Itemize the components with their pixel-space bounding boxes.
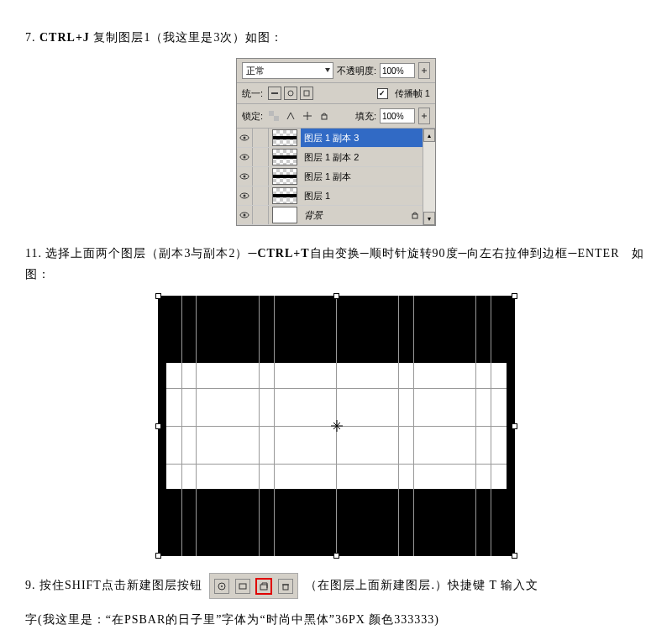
svg-rect-19	[239, 584, 246, 589]
lock-transparency-icon[interactable]	[266, 108, 281, 123]
layer-row-copy[interactable]: 图层 1 副本	[237, 167, 423, 186]
layer-row-background[interactable]: 背景	[237, 206, 423, 225]
trash-icon[interactable]	[278, 579, 293, 594]
lock-icon-group	[266, 108, 332, 123]
svg-rect-4	[274, 116, 279, 121]
step7-rest: 复制图层1（我这里是3次）如图：	[90, 31, 284, 44]
layer-name: 图层 1	[301, 186, 423, 205]
layer-name: 图层 1 副本 3	[301, 129, 423, 147]
lock-pixels-icon[interactable]	[283, 108, 298, 123]
opacity-stepper-icon[interactable]	[418, 62, 430, 79]
svg-point-18	[221, 585, 223, 587]
scroll-up-icon[interactable]: ▴	[423, 129, 435, 142]
layer-thumb	[272, 149, 297, 165]
eye-icon[interactable]	[237, 186, 253, 205]
svg-rect-21	[283, 585, 288, 590]
lock-all-icon[interactable]	[317, 108, 332, 123]
transform-handle[interactable]	[333, 293, 339, 299]
transform-handle[interactable]	[155, 553, 161, 559]
transform-handle[interactable]	[512, 423, 517, 429]
lock-position-icon[interactable]	[300, 108, 315, 123]
layers-panel-row-blend: 正常 不透明度:	[237, 59, 435, 83]
svg-point-15	[244, 214, 246, 217]
layer-thumb	[272, 207, 297, 223]
fill-label: 填充:	[355, 110, 376, 123]
lock-icon	[411, 211, 419, 219]
transform-handle[interactable]	[512, 293, 517, 299]
propagate-label: 传播帧 1	[395, 87, 430, 100]
layers-panel-row-lock: 锁定: 填充:	[237, 104, 435, 129]
svg-rect-5	[322, 115, 327, 119]
transform-handle[interactable]	[155, 423, 161, 429]
link-cell[interactable]	[253, 167, 269, 186]
transform-handle[interactable]	[155, 293, 161, 299]
step11-hotkey: CTRL+T	[257, 247, 309, 260]
layer-thumb	[272, 187, 297, 204]
opacity-input[interactable]	[380, 63, 415, 78]
blend-mode-value: 正常	[246, 65, 265, 77]
layer-thumb	[272, 168, 297, 185]
eye-icon[interactable]	[237, 129, 253, 147]
link-cell[interactable]	[253, 129, 269, 147]
eye-icon[interactable]	[237, 167, 253, 186]
layer-scrollbar[interactable]: ▴ ▾	[423, 129, 435, 225]
unify-position-icon[interactable]	[268, 87, 281, 100]
layer-name: 图层 1 副本 2	[301, 148, 423, 166]
link-cell[interactable]	[253, 186, 269, 205]
transform-handle[interactable]	[333, 553, 339, 559]
eye-icon[interactable]	[237, 148, 253, 166]
svg-rect-3	[269, 111, 274, 116]
link-cell[interactable]	[253, 206, 269, 224]
step-9-text: 9. 按住SHIFT点击新建图层按钮 （在图层上面新建图层.）快捷键 T 输入文	[25, 573, 647, 599]
layers-panel: 正常 不透明度: 统一: ✓ 传播帧 1 锁定: 填充:	[236, 58, 436, 226]
last-line-text: 字(我这里是：“在PSBAR的日子里”字体为“时尚中黑体”36PX 颜色3333…	[25, 609, 647, 630]
scroll-down-icon[interactable]: ▾	[423, 212, 435, 225]
svg-rect-16	[412, 214, 417, 218]
gridline-h	[166, 388, 507, 389]
layer-row-copy2[interactable]: 图层 1 副本 2	[237, 148, 423, 167]
transform-handle[interactable]	[512, 553, 517, 559]
layer-row-1[interactable]: 图层 1	[237, 186, 423, 206]
svg-rect-0	[271, 92, 278, 94]
svg-point-13	[244, 195, 246, 197]
step-7-text: 7. CTRL+J 复制图层1（我这里是3次）如图：	[25, 27, 647, 48]
unify-icon-group	[268, 87, 313, 100]
step-11-text: 11. 选择上面两个图层（副本3与副本2）─CTRL+T自由变换─顺时针旋转90…	[25, 243, 647, 285]
step7-hotkey: CTRL+J	[39, 31, 90, 44]
transform-box	[158, 296, 515, 556]
layer-name: 图层 1 副本	[301, 167, 423, 186]
fill-stepper-icon[interactable]	[418, 108, 430, 124]
svg-point-1	[288, 91, 293, 96]
step7-prefix: 7.	[25, 31, 39, 44]
unify-visibility-icon[interactable]	[284, 87, 297, 100]
fill-input[interactable]	[380, 108, 415, 123]
eye-icon[interactable]	[237, 206, 253, 224]
unify-style-icon[interactable]	[300, 87, 313, 100]
lock-label: 锁定:	[242, 110, 263, 123]
gridline-h	[166, 464, 507, 465]
step9-after: （在图层上面新建图层.）快捷键 T 输入文	[305, 578, 538, 591]
step9-prefix: 9. 按住SHIFT点击新建图层按钮	[25, 578, 206, 591]
step11-prefix: 11. 选择上面两个图层（副本3与副本2）─	[25, 247, 257, 260]
blend-mode-select[interactable]: 正常	[242, 62, 333, 79]
new-layer-icon[interactable]	[255, 578, 272, 595]
link-cell[interactable]	[253, 148, 269, 166]
fx-icon[interactable]	[214, 579, 229, 594]
opacity-label: 不透明度:	[337, 65, 376, 77]
svg-point-7	[244, 137, 246, 139]
unify-label: 统一:	[242, 87, 263, 100]
layer-list: 图层 1 副本 3 图层 1 副本 2 图层 1 副本 图层 1	[237, 129, 435, 225]
canvas-figure	[158, 296, 515, 556]
layer-thumb	[272, 129, 297, 146]
svg-point-11	[244, 176, 246, 178]
layer-row-copy3[interactable]: 图层 1 副本 3	[237, 129, 423, 148]
transform-anchor-icon	[331, 420, 343, 432]
svg-rect-2	[304, 91, 309, 96]
layers-panel-row-unify: 统一: ✓ 传播帧 1	[237, 83, 435, 104]
svg-point-9	[244, 156, 246, 159]
layer-panel-button-strip	[209, 573, 298, 599]
mask-icon[interactable]	[235, 579, 250, 594]
propagate-checkbox[interactable]: ✓	[377, 88, 388, 99]
scroll-track[interactable]	[423, 142, 435, 212]
svg-rect-20	[260, 585, 267, 590]
